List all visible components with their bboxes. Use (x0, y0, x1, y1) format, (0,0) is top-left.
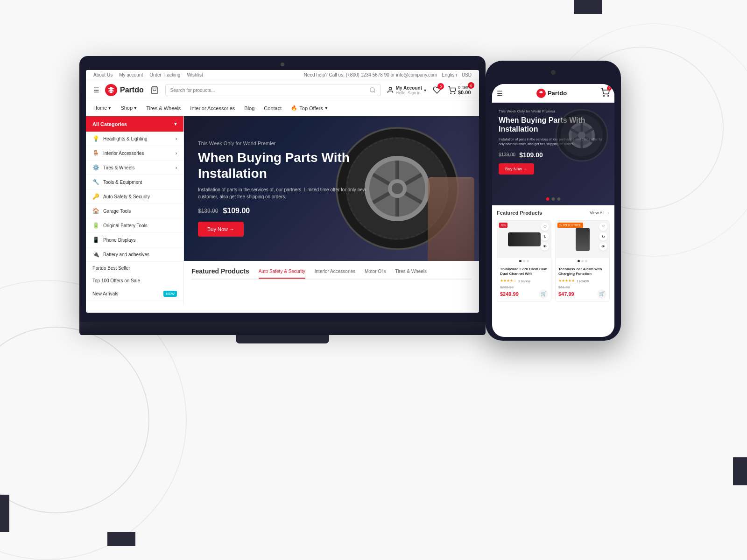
cart-button[interactable]: 0 0 items $0.00 (448, 85, 472, 95)
wishlist-link[interactable]: Wishlist (187, 72, 203, 77)
search-icon (369, 87, 376, 93)
phone-cart-badge: 1 (607, 86, 612, 91)
product-2-view-btn[interactable]: 👁 (599, 242, 607, 251)
phone-device: ☰ Partdo 1 This Week Only for World Prem (486, 61, 621, 355)
sidebar-item-tires[interactable]: ⚙️ Tires & Wheels › (86, 161, 183, 175)
phone-cart-button[interactable]: 1 (600, 88, 610, 98)
hero-new-price: $109.00 (223, 207, 250, 215)
search-input[interactable] (170, 88, 366, 93)
tools-icon: 🔧 (92, 179, 99, 185)
product-1-refresh-btn[interactable]: ↻ (541, 232, 549, 241)
sidebar-item-battery-tools[interactable]: 🔋 Original Battery Tools (86, 218, 183, 233)
product-2-old-price: $51.99 (558, 285, 606, 289)
sidebar-item-battery-adhesives[interactable]: 🔌 Battery and adhesives (86, 247, 183, 262)
featured-title: Featured Products (191, 267, 249, 279)
phone-old-price: $139.00 (499, 152, 515, 157)
phone-logo[interactable]: Partdo (536, 89, 567, 98)
top-bar-links: About Us My account Order Tracking Wishl… (93, 72, 203, 77)
top-offers-link[interactable]: Top 100 Offers on Sale (86, 274, 183, 287)
hero-price: $139.00 $109.00 (198, 207, 375, 215)
laptop-body: About Us My account Order Tracking Wishl… (79, 56, 486, 322)
phone-featured-title: Featured Products (497, 210, 542, 216)
product-1-review-count: 1 review (518, 280, 530, 283)
logo-text: Partdo (120, 86, 144, 94)
svg-point-1 (370, 88, 374, 92)
tab-tires[interactable]: Tires & Wheels (395, 269, 427, 279)
deco-rect-3 (733, 457, 747, 485)
order-tracking-link[interactable]: Order Tracking (149, 72, 180, 77)
product-2-stars: ★★★★★ (558, 279, 575, 283)
dot-1 (546, 197, 550, 201)
headlights-arrow: › (176, 136, 177, 141)
nav-top-offers[interactable]: 🔥 Top Offers ▾ (291, 105, 328, 111)
sidebar-new-arrivals[interactable]: New Arrivals NEW (86, 287, 183, 301)
product-2-refresh-btn[interactable]: ↻ (599, 232, 607, 241)
sidebar-item-headlights[interactable]: 💡 Headlights & Lighting › (86, 132, 183, 146)
hero-subtitle: This Week Only for World Premier (198, 140, 375, 146)
battery-tools-label: Original Battery Tools (103, 223, 148, 228)
sidebar-item-garage[interactable]: 🏠 Garage Tools (86, 204, 183, 218)
product-2-price-row: $47.99 🛒 (558, 289, 606, 299)
phone-hamburger[interactable]: ☰ (497, 90, 503, 97)
product-1-view-btn[interactable]: 👁 (541, 242, 549, 251)
svg-point-17 (608, 96, 609, 97)
phone-products-grid: 8% ♡ ↻ 👁 (497, 220, 610, 302)
nav-shop[interactable]: Shop ▾ (120, 100, 137, 116)
hero-buy-now-button[interactable]: Buy Now → (198, 222, 244, 237)
laptop-camera (281, 63, 284, 66)
headlights-icon: 💡 (92, 135, 99, 142)
hamburger-menu[interactable]: ☰ (93, 86, 99, 94)
main-content: All Categories ▾ 💡 Headlights & Lighting… (86, 116, 479, 305)
product-2-image: SUPER PRICE ♡ ↻ 👁 (556, 221, 609, 258)
product-2-new-price: $47.99 (558, 291, 574, 297)
product-2-img-dots (556, 258, 609, 264)
search-bar[interactable] (165, 84, 381, 96)
product-2-review-count: 1 review (577, 280, 589, 283)
phone-buy-now-button[interactable]: Buy Now → (499, 163, 534, 175)
new-arrivals-badge: NEW (163, 291, 177, 297)
svg-point-2 (389, 87, 391, 90)
nav-contact[interactable]: Contact (264, 101, 282, 116)
sidebar-item-interior[interactable]: 🪑 Interior Accessories › (86, 146, 183, 161)
battery-adhesives-icon: 🔌 (92, 251, 99, 258)
best-seller-link[interactable]: Partdo Best Seller (86, 262, 183, 274)
sidebar-item-auto-safety[interactable]: 🔑 Auto Safety & Security (86, 189, 183, 204)
tab-motor-oils[interactable]: Motor Oils (365, 269, 386, 279)
nav-tires[interactable]: Tires & Wheels (146, 101, 181, 116)
all-categories-button[interactable]: All Categories ▾ (86, 116, 183, 132)
sidebar-item-tools[interactable]: 🔧 Tools & Equipment (86, 175, 183, 189)
tab-auto-safety[interactable]: Auto Safety & Security (259, 269, 305, 279)
nav-blog[interactable]: Blog (244, 101, 254, 116)
site-header: ☰ Partdo (86, 80, 479, 100)
view-all-link[interactable]: View All → (590, 210, 610, 215)
my-account[interactable]: My Account Hello, Sign in ▾ (387, 85, 426, 95)
laptop-stand (236, 335, 329, 343)
product-1-old-price: $268.99 (500, 285, 548, 289)
about-us-link[interactable]: About Us (93, 72, 113, 77)
hero-area: This Week Only for World Premier When Bu… (184, 116, 479, 305)
garage-icon: 🏠 (92, 208, 99, 214)
product-1-name: Thinkware F770 Dash Cam Dual Channel Wif… (500, 267, 548, 277)
phone-featured-section: Featured Products View All → 8% ♡ ↻ (492, 205, 614, 307)
tab-interior[interactable]: Interior Accessories (315, 269, 355, 279)
currency-selector[interactable]: USD (462, 72, 472, 77)
language-selector[interactable]: English (442, 72, 457, 77)
header-cart-icon[interactable] (149, 85, 160, 95)
product-1-wishlist-btn[interactable]: ♡ (541, 223, 549, 231)
sidebar-item-phone-displays[interactable]: 📱 Phone Displays (86, 233, 183, 247)
alarm-shape (576, 228, 590, 251)
my-account-link[interactable]: My account (119, 72, 143, 77)
nav-home[interactable]: Home ▾ (93, 100, 111, 116)
wishlist-badge: 0 (437, 83, 444, 90)
nav-interior[interactable]: Interior Accessories (190, 101, 235, 116)
product-2-cart-btn[interactable]: 🛒 (597, 289, 606, 299)
wishlist-button[interactable]: 0 (433, 86, 441, 94)
svg-point-16 (604, 96, 605, 97)
cart-icon (448, 86, 456, 94)
site-logo[interactable]: Partdo (105, 84, 144, 96)
product-1-cart-btn[interactable]: 🛒 (539, 289, 548, 299)
header-actions: My Account Hello, Sign in ▾ 0 0 (387, 85, 472, 95)
product-2-wishlist-btn[interactable]: ♡ (599, 223, 607, 231)
deco-circle-1 (0, 327, 149, 513)
product-1-info: Thinkware F770 Dash Cam Dual Channel Wif… (497, 264, 551, 301)
